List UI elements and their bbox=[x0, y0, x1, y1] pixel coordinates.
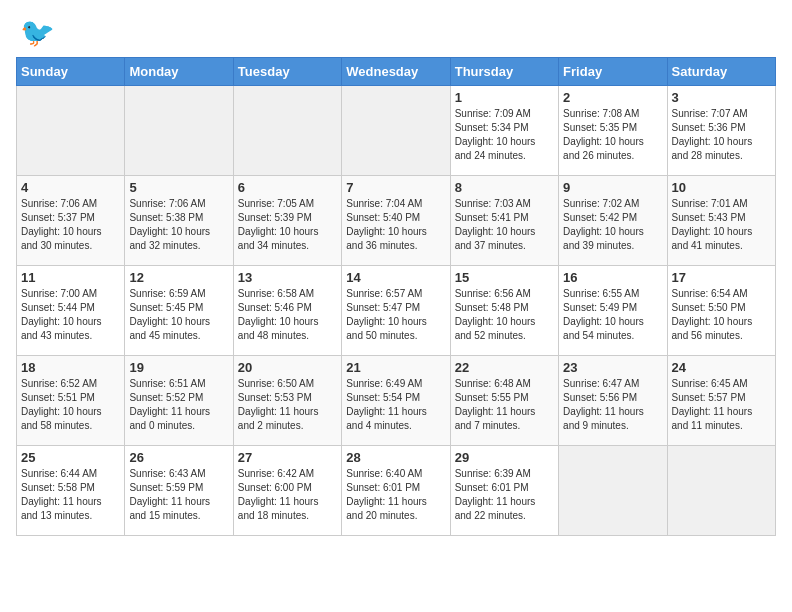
day-info: Sunrise: 7:07 AM Sunset: 5:36 PM Dayligh… bbox=[672, 107, 771, 163]
calendar-cell: 28Sunrise: 6:40 AM Sunset: 6:01 PM Dayli… bbox=[342, 446, 450, 536]
calendar-week-row: 1Sunrise: 7:09 AM Sunset: 5:34 PM Daylig… bbox=[17, 86, 776, 176]
calendar-week-row: 4Sunrise: 7:06 AM Sunset: 5:37 PM Daylig… bbox=[17, 176, 776, 266]
calendar-week-row: 18Sunrise: 6:52 AM Sunset: 5:51 PM Dayli… bbox=[17, 356, 776, 446]
logo: 🐦 bbox=[16, 16, 55, 49]
day-info: Sunrise: 6:57 AM Sunset: 5:47 PM Dayligh… bbox=[346, 287, 445, 343]
calendar-week-row: 25Sunrise: 6:44 AM Sunset: 5:58 PM Dayli… bbox=[17, 446, 776, 536]
day-number: 7 bbox=[346, 180, 445, 195]
calendar-cell: 29Sunrise: 6:39 AM Sunset: 6:01 PM Dayli… bbox=[450, 446, 558, 536]
day-info: Sunrise: 6:52 AM Sunset: 5:51 PM Dayligh… bbox=[21, 377, 120, 433]
calendar-cell: 19Sunrise: 6:51 AM Sunset: 5:52 PM Dayli… bbox=[125, 356, 233, 446]
day-number: 14 bbox=[346, 270, 445, 285]
day-number: 5 bbox=[129, 180, 228, 195]
day-info: Sunrise: 7:00 AM Sunset: 5:44 PM Dayligh… bbox=[21, 287, 120, 343]
day-number: 13 bbox=[238, 270, 337, 285]
calendar-cell bbox=[342, 86, 450, 176]
calendar-weekday-header: Thursday bbox=[450, 58, 558, 86]
calendar-cell: 8Sunrise: 7:03 AM Sunset: 5:41 PM Daylig… bbox=[450, 176, 558, 266]
day-info: Sunrise: 6:44 AM Sunset: 5:58 PM Dayligh… bbox=[21, 467, 120, 523]
calendar-cell bbox=[17, 86, 125, 176]
calendar-weekday-header: Sunday bbox=[17, 58, 125, 86]
day-info: Sunrise: 6:58 AM Sunset: 5:46 PM Dayligh… bbox=[238, 287, 337, 343]
day-number: 3 bbox=[672, 90, 771, 105]
calendar-weekday-header: Monday bbox=[125, 58, 233, 86]
day-number: 29 bbox=[455, 450, 554, 465]
day-info: Sunrise: 7:09 AM Sunset: 5:34 PM Dayligh… bbox=[455, 107, 554, 163]
calendar-table: SundayMondayTuesdayWednesdayThursdayFrid… bbox=[16, 57, 776, 536]
calendar-cell: 12Sunrise: 6:59 AM Sunset: 5:45 PM Dayli… bbox=[125, 266, 233, 356]
day-info: Sunrise: 6:54 AM Sunset: 5:50 PM Dayligh… bbox=[672, 287, 771, 343]
day-info: Sunrise: 6:47 AM Sunset: 5:56 PM Dayligh… bbox=[563, 377, 662, 433]
calendar-cell: 20Sunrise: 6:50 AM Sunset: 5:53 PM Dayli… bbox=[233, 356, 341, 446]
day-number: 19 bbox=[129, 360, 228, 375]
calendar-cell: 21Sunrise: 6:49 AM Sunset: 5:54 PM Dayli… bbox=[342, 356, 450, 446]
calendar-cell: 13Sunrise: 6:58 AM Sunset: 5:46 PM Dayli… bbox=[233, 266, 341, 356]
logo-bird-icon: 🐦 bbox=[20, 16, 55, 49]
calendar-cell bbox=[667, 446, 775, 536]
day-info: Sunrise: 6:42 AM Sunset: 6:00 PM Dayligh… bbox=[238, 467, 337, 523]
day-info: Sunrise: 7:03 AM Sunset: 5:41 PM Dayligh… bbox=[455, 197, 554, 253]
calendar-cell: 7Sunrise: 7:04 AM Sunset: 5:40 PM Daylig… bbox=[342, 176, 450, 266]
calendar-cell bbox=[559, 446, 667, 536]
calendar-header-row: SundayMondayTuesdayWednesdayThursdayFrid… bbox=[17, 58, 776, 86]
day-info: Sunrise: 6:59 AM Sunset: 5:45 PM Dayligh… bbox=[129, 287, 228, 343]
day-info: Sunrise: 6:48 AM Sunset: 5:55 PM Dayligh… bbox=[455, 377, 554, 433]
calendar-cell: 4Sunrise: 7:06 AM Sunset: 5:37 PM Daylig… bbox=[17, 176, 125, 266]
day-info: Sunrise: 7:01 AM Sunset: 5:43 PM Dayligh… bbox=[672, 197, 771, 253]
day-info: Sunrise: 6:51 AM Sunset: 5:52 PM Dayligh… bbox=[129, 377, 228, 433]
calendar-cell: 2Sunrise: 7:08 AM Sunset: 5:35 PM Daylig… bbox=[559, 86, 667, 176]
day-number: 12 bbox=[129, 270, 228, 285]
calendar-cell bbox=[125, 86, 233, 176]
day-info: Sunrise: 7:02 AM Sunset: 5:42 PM Dayligh… bbox=[563, 197, 662, 253]
calendar-cell: 14Sunrise: 6:57 AM Sunset: 5:47 PM Dayli… bbox=[342, 266, 450, 356]
day-info: Sunrise: 7:08 AM Sunset: 5:35 PM Dayligh… bbox=[563, 107, 662, 163]
calendar-cell: 1Sunrise: 7:09 AM Sunset: 5:34 PM Daylig… bbox=[450, 86, 558, 176]
day-number: 27 bbox=[238, 450, 337, 465]
day-info: Sunrise: 6:55 AM Sunset: 5:49 PM Dayligh… bbox=[563, 287, 662, 343]
day-number: 9 bbox=[563, 180, 662, 195]
day-number: 1 bbox=[455, 90, 554, 105]
day-number: 2 bbox=[563, 90, 662, 105]
calendar-cell: 16Sunrise: 6:55 AM Sunset: 5:49 PM Dayli… bbox=[559, 266, 667, 356]
calendar-cell: 22Sunrise: 6:48 AM Sunset: 5:55 PM Dayli… bbox=[450, 356, 558, 446]
day-info: Sunrise: 6:43 AM Sunset: 5:59 PM Dayligh… bbox=[129, 467, 228, 523]
day-info: Sunrise: 7:05 AM Sunset: 5:39 PM Dayligh… bbox=[238, 197, 337, 253]
day-number: 23 bbox=[563, 360, 662, 375]
calendar-cell: 5Sunrise: 7:06 AM Sunset: 5:38 PM Daylig… bbox=[125, 176, 233, 266]
day-number: 25 bbox=[21, 450, 120, 465]
day-number: 4 bbox=[21, 180, 120, 195]
calendar-cell: 25Sunrise: 6:44 AM Sunset: 5:58 PM Dayli… bbox=[17, 446, 125, 536]
calendar-cell: 9Sunrise: 7:02 AM Sunset: 5:42 PM Daylig… bbox=[559, 176, 667, 266]
calendar-weekday-header: Saturday bbox=[667, 58, 775, 86]
calendar-weekday-header: Wednesday bbox=[342, 58, 450, 86]
calendar-cell: 26Sunrise: 6:43 AM Sunset: 5:59 PM Dayli… bbox=[125, 446, 233, 536]
calendar-cell bbox=[233, 86, 341, 176]
day-number: 24 bbox=[672, 360, 771, 375]
calendar-weekday-header: Friday bbox=[559, 58, 667, 86]
day-number: 18 bbox=[21, 360, 120, 375]
day-info: Sunrise: 7:06 AM Sunset: 5:37 PM Dayligh… bbox=[21, 197, 120, 253]
calendar-cell: 15Sunrise: 6:56 AM Sunset: 5:48 PM Dayli… bbox=[450, 266, 558, 356]
calendar-cell: 11Sunrise: 7:00 AM Sunset: 5:44 PM Dayli… bbox=[17, 266, 125, 356]
day-number: 15 bbox=[455, 270, 554, 285]
calendar-cell: 27Sunrise: 6:42 AM Sunset: 6:00 PM Dayli… bbox=[233, 446, 341, 536]
day-number: 22 bbox=[455, 360, 554, 375]
calendar-week-row: 11Sunrise: 7:00 AM Sunset: 5:44 PM Dayli… bbox=[17, 266, 776, 356]
day-info: Sunrise: 6:49 AM Sunset: 5:54 PM Dayligh… bbox=[346, 377, 445, 433]
calendar-weekday-header: Tuesday bbox=[233, 58, 341, 86]
day-info: Sunrise: 6:50 AM Sunset: 5:53 PM Dayligh… bbox=[238, 377, 337, 433]
day-number: 10 bbox=[672, 180, 771, 195]
page-header: 🐦 bbox=[16, 16, 776, 49]
calendar-cell: 18Sunrise: 6:52 AM Sunset: 5:51 PM Dayli… bbox=[17, 356, 125, 446]
calendar-cell: 3Sunrise: 7:07 AM Sunset: 5:36 PM Daylig… bbox=[667, 86, 775, 176]
day-number: 16 bbox=[563, 270, 662, 285]
calendar-cell: 10Sunrise: 7:01 AM Sunset: 5:43 PM Dayli… bbox=[667, 176, 775, 266]
day-info: Sunrise: 7:04 AM Sunset: 5:40 PM Dayligh… bbox=[346, 197, 445, 253]
day-number: 6 bbox=[238, 180, 337, 195]
day-number: 26 bbox=[129, 450, 228, 465]
day-number: 21 bbox=[346, 360, 445, 375]
day-number: 8 bbox=[455, 180, 554, 195]
day-number: 17 bbox=[672, 270, 771, 285]
calendar-cell: 6Sunrise: 7:05 AM Sunset: 5:39 PM Daylig… bbox=[233, 176, 341, 266]
day-number: 20 bbox=[238, 360, 337, 375]
